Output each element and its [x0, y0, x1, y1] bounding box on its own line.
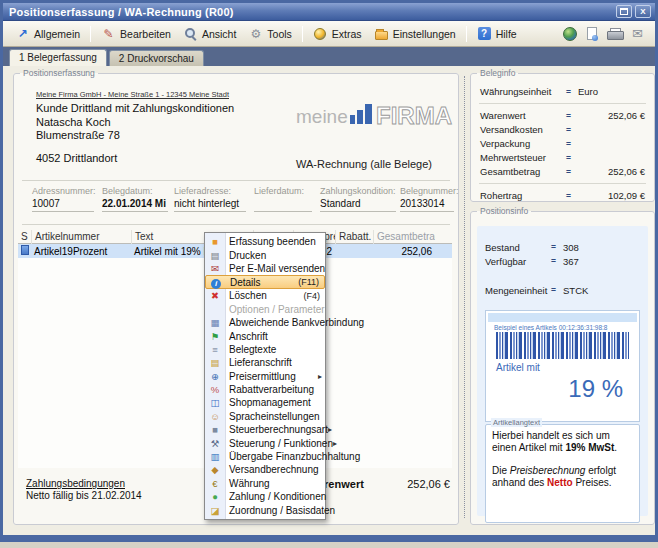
price-icon: ⊕: [205, 370, 225, 383]
email-icon: ✉: [205, 262, 225, 275]
logo-word1: meine: [296, 106, 348, 127]
beleginfo-legend: Beleginfo: [477, 68, 518, 78]
cell-gesamtbetrag: 252,06: [373, 246, 435, 257]
separator: [479, 183, 646, 184]
beleginfo-row-rohertrag: Rohertrag=102,09 €: [471, 189, 654, 202]
submenu-arrow-icon: ▸: [328, 425, 332, 434]
menu-item-steuerberechnungsart[interactable]: ■Steuerberechnungsart▸: [205, 423, 325, 436]
menu-item-anschrift[interactable]: ⚑Anschrift: [205, 329, 325, 342]
warenwert-value: 252,06 €: [407, 478, 450, 490]
menubar-separator: [90, 26, 91, 42]
document-icon[interactable]: [587, 27, 597, 40]
shortcut-label: (F4): [304, 291, 321, 301]
menu-label: Tools: [267, 28, 292, 40]
separator: [479, 103, 646, 104]
menu-item-uebergabe-finanzbuchhaltung[interactable]: ▥Übergabe Finanzbuchhaltung: [205, 450, 325, 463]
stat-verfuegbar: Verfügbar=367: [477, 254, 648, 268]
menu-item-steuerung-funktionen[interactable]: ⚒Steuerung / Funktionen▸: [205, 436, 325, 449]
submenu-arrow-icon: ▸: [318, 372, 322, 381]
menu-item-zahlung-konditionen[interactable]: ●Zahlung / Konditionen: [205, 490, 325, 503]
menu-item-shopmanagement[interactable]: ◫Shopmanagement: [205, 396, 325, 409]
menu-item-preisermittlung[interactable]: ⊕Preisermittlung▸: [205, 370, 325, 383]
equals-icon: =: [566, 139, 578, 149]
language-person-icon: ☺: [205, 410, 225, 423]
field-value[interactable]: Standard: [320, 198, 396, 212]
globe-icon[interactable]: [563, 27, 577, 41]
positionsinfo-inset: Bestand=308 Verfügbar=367 Mengeneinheit=…: [477, 226, 648, 516]
sender-line: Meine Firma GmbH - Meine Straße 1 - 1234…: [36, 90, 229, 99]
equals-icon: =: [566, 125, 578, 135]
field-label: Belegdatum:: [102, 186, 168, 196]
field-belegnummer: Belegnummer: 20133014: [400, 186, 454, 212]
window-title: Positionserfassung / WA-Rechnung (R00): [7, 6, 616, 18]
equals-icon: =: [566, 191, 578, 201]
menu-bearbeiten[interactable]: ✎Bearbeiten: [95, 25, 177, 43]
content-area: Positionserfassung Meine Firma GmbH - Me…: [3, 66, 655, 535]
zahlungsbedingungen-link[interactable]: Zahlungsbedingungen: [26, 478, 142, 489]
field-lieferdatum: Lieferdatum:: [254, 186, 312, 212]
percent-icon: %: [205, 383, 225, 396]
tab-druckvorschau[interactable]: 2 Druckvorschau: [109, 50, 204, 66]
field-value[interactable]: 22.01.2014 Mi: [102, 198, 168, 212]
menu-item-versandberechnung[interactable]: ◆Versandberechnung: [205, 463, 325, 476]
menu-item-details[interactable]: iDetails(F11): [205, 275, 325, 289]
menu-hilfe[interactable]: ?Hilfe: [471, 25, 523, 43]
menubar-separator: [466, 26, 467, 42]
document-type: WA-Rechnung (alle Belege): [266, 158, 462, 170]
menu-einstellungen[interactable]: Einstellungen: [368, 25, 462, 43]
company-logo: meine FIRMA: [296, 98, 456, 132]
article-image-line2: 19 %: [486, 375, 623, 403]
stat-value: 308: [563, 242, 579, 253]
menu-item-spracheinstellungen[interactable]: ☺Spracheinstellungen: [205, 410, 325, 423]
menu-extras[interactable]: Extras: [307, 25, 368, 43]
article-image-header: [488, 313, 637, 322]
col-header-artikelnummer[interactable]: Artikelnummer: [31, 230, 131, 244]
allgemein-icon: ↗: [15, 27, 30, 41]
stat-value: 367: [563, 256, 579, 267]
menu-label: Extras: [332, 28, 362, 40]
menu-allgemein[interactable]: ↗Allgemein: [9, 25, 86, 43]
field-value[interactable]: 20133014: [400, 198, 454, 212]
col-header-rabatt[interactable]: Rabatt. %: [335, 230, 373, 244]
context-menu: ■Erfassung beenden ▤Drucken ✉Per E-Mail …: [204, 232, 326, 520]
field-belegdatum: Belegdatum: 22.01.2014 Mi: [102, 186, 168, 212]
col-header-gesamtbetrag[interactable]: Gesamtbetrag: [373, 230, 435, 244]
menu-item-waehrung[interactable]: €Währung: [205, 477, 325, 490]
menu-item-abweichende-bankverbindung[interactable]: ▦Abweichende Bankverbindung: [205, 316, 325, 329]
shortcut-label: (F11): [298, 277, 319, 287]
panel-splitter[interactable]: [464, 76, 465, 518]
beleginfo-row-mehrwertsteuer: Mehrwertsteuer=: [471, 151, 654, 164]
menu-item-zuordnung-basisdaten[interactable]: ◪Zuordnung / Basisdaten: [205, 503, 325, 516]
beleginfo-row-gesamtbetrag: Gesamtbetrag=252,06 €: [471, 165, 654, 178]
field-value[interactable]: 10007: [32, 198, 94, 212]
menu-item-lieferanschrift[interactable]: ▤Lieferanschrift: [205, 356, 325, 369]
field-value[interactable]: nicht hinterlegt: [174, 198, 246, 212]
beleginfo-row-waehrungseinheit: Währungseinheit=Euro: [471, 85, 654, 98]
field-zahlungskondition: Zahlungskondition: Standard: [320, 186, 396, 212]
menu-item-rabattverarbeitung[interactable]: %Rabattverarbeitung: [205, 383, 325, 396]
shop-icon: ◫: [205, 396, 225, 409]
menu-label: Allgemein: [34, 28, 80, 40]
menu-item-drucken[interactable]: ▤Drucken: [205, 248, 325, 261]
separator: [22, 180, 450, 181]
restore-button[interactable]: [616, 5, 632, 18]
mail-icon[interactable]: ✉: [632, 26, 643, 41]
artikellangtext-box[interactable]: Hierbei handelt es sich um einen Artikel…: [485, 424, 640, 523]
logo-bar-icon: [357, 110, 363, 124]
tab-belegerfassung[interactable]: 1 Belegerfassung: [9, 49, 107, 66]
field-value[interactable]: [254, 198, 312, 212]
positionsinfo-legend: Positionsinfo: [477, 206, 531, 216]
menu-item-erfassung-beenden[interactable]: ■Erfassung beenden: [205, 235, 325, 248]
beleginfo-row-versandkosten: Versandkosten=: [471, 123, 654, 136]
menu-item-belegtexte[interactable]: ≡Belegtexte: [205, 343, 325, 356]
menu-item-loeschen[interactable]: ✖Löschen(F4): [205, 289, 325, 302]
close-button[interactable]: X: [635, 5, 651, 18]
printer-icon[interactable]: [607, 28, 622, 40]
menubar: ↗Allgemein ✎Bearbeiten Ansicht ⚙Tools Ex…: [3, 21, 655, 47]
menu-item-per-email-versenden[interactable]: ✉Per E-Mail versenden: [205, 262, 325, 275]
article-image-line1: Artikel mit: [496, 362, 639, 373]
menu-ansicht[interactable]: Ansicht: [177, 25, 242, 43]
bank-icon: ▦: [205, 316, 225, 329]
menu-tools[interactable]: ⚙Tools: [242, 25, 298, 43]
col-header-s[interactable]: S: [18, 230, 31, 244]
